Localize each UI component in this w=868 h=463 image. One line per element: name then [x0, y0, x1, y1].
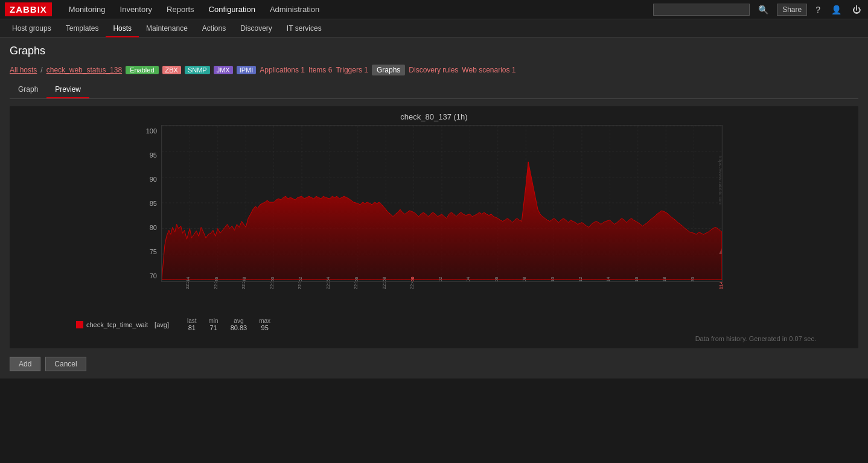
- breadcrumb-all-hosts[interactable]: All hosts: [10, 66, 37, 74]
- svg-text:21:52: 21:52: [298, 277, 303, 282]
- legend-avg: avg 80.83: [231, 318, 247, 331]
- svg-text:11-03 22:41: 11-03 22:41: [718, 282, 723, 289]
- graph-title: check_80_137 (1h): [16, 112, 852, 121]
- svg-text:https://www.zabbix.com: https://www.zabbix.com: [718, 156, 723, 206]
- chart-svg: 11-03 21:41 21:44 21:46 21:48 21:50 21:5…: [161, 125, 723, 282]
- legend-stats: last 81 min 71 avg 80.83 max 95: [187, 318, 270, 331]
- svg-text:22:34: 22:34: [325, 282, 331, 289]
- svg-text:22:12: 22:12: [578, 277, 583, 282]
- nav-monitoring[interactable]: Monitoring: [62, 0, 113, 19]
- search-icon[interactable]: 🔍: [756, 5, 771, 14]
- page-title: Graphs: [10, 45, 858, 57]
- svg-text:21:58: 21:58: [381, 277, 387, 282]
- subnav-hosts[interactable]: Hosts: [106, 19, 139, 37]
- svg-text:22:14: 22:14: [605, 277, 611, 282]
- legend-series-name: check_tcp_time_wait: [86, 321, 148, 328]
- nav-link-triggers[interactable]: Triggers 1: [336, 66, 368, 74]
- y-label-75: 75: [138, 248, 159, 255]
- breadcrumb-hostname[interactable]: check_web_status_138: [46, 66, 122, 74]
- top-nav-right: 🔍 Share ? 👤 ⏻: [653, 4, 863, 16]
- nav-link-web-scenarios[interactable]: Web scenarios 1: [462, 66, 515, 74]
- subnav-maintenance[interactable]: Maintenance: [139, 19, 195, 37]
- svg-text:21:44: 21:44: [185, 277, 191, 282]
- top-navigation: ZABBIX Monitoring Inventory Reports Conf…: [0, 0, 868, 19]
- nav-link-applications[interactable]: Applications 1: [260, 66, 305, 74]
- svg-text:22:24: 22:24: [185, 282, 191, 289]
- power-icon[interactable]: ⏻: [850, 5, 863, 14]
- tab-preview[interactable]: Preview: [46, 81, 89, 98]
- nav-administration[interactable]: Administration: [263, 0, 327, 19]
- nav-link-graphs[interactable]: Graphs: [372, 65, 405, 75]
- legend-color-box: [76, 321, 83, 328]
- nav-configuration[interactable]: Configuration: [202, 0, 263, 19]
- tabs-row: Graph Preview: [10, 81, 858, 99]
- sub-navigation: Host groups Templates Hosts Maintenance …: [0, 19, 868, 37]
- page-content: Graphs All hosts / check_web_status_138 …: [0, 37, 868, 378]
- svg-text:22:08: 22:08: [522, 277, 527, 282]
- badge-zbx: ZBX: [162, 66, 181, 74]
- y-label-70: 70: [138, 272, 159, 279]
- data-note: Data from history. Generated in 0.07 sec…: [16, 335, 852, 342]
- action-buttons: Add Cancel: [10, 357, 858, 371]
- breadcrumb-row: All hosts / check_web_status_138 Enabled…: [10, 65, 858, 75]
- svg-text:22:22: 22:22: [161, 282, 162, 289]
- svg-text:21:50: 21:50: [270, 277, 275, 282]
- badge-snmp: SNMP: [185, 66, 210, 74]
- svg-text:22:00: 22:00: [410, 276, 415, 282]
- x-axis-labels: 22:22 22:24 22:26 22:28 22:30 22:32 22:3…: [161, 282, 723, 315]
- badge-ipmi: IPMI: [237, 66, 257, 74]
- subnav-host-groups[interactable]: Host groups: [5, 19, 59, 37]
- svg-text:21:54: 21:54: [325, 277, 331, 282]
- y-label-90: 90: [138, 176, 159, 183]
- legend-type: [avg]: [155, 321, 169, 328]
- y-label-95: 95: [138, 152, 159, 159]
- svg-text:22:26: 22:26: [213, 282, 219, 289]
- svg-text:22:02: 22:02: [438, 277, 443, 282]
- subnav-it-services[interactable]: IT services: [279, 19, 329, 37]
- nav-link-discovery-rules[interactable]: Discovery rules: [409, 66, 458, 74]
- nav-link-items[interactable]: Items 6: [308, 66, 332, 74]
- y-label-80: 80: [138, 224, 159, 231]
- nav-reports[interactable]: Reports: [159, 0, 202, 19]
- svg-text:22:20: 22:20: [690, 277, 695, 282]
- svg-text:22:28: 22:28: [241, 282, 247, 289]
- svg-text:22:32: 22:32: [298, 282, 303, 289]
- svg-text:11-03 21:41: 11-03 21:41: [161, 267, 162, 282]
- svg-text:22:18: 22:18: [662, 277, 667, 282]
- nav-inventory[interactable]: Inventory: [113, 0, 159, 19]
- graph-legend: check_tcp_time_wait [avg] last 81 min 71…: [52, 318, 852, 331]
- svg-text:22:10: 22:10: [550, 277, 555, 282]
- svg-text:22:38: 22:38: [381, 282, 387, 289]
- graph-container: check_80_137 (1h) 100 95 90 85 80 75 70: [10, 106, 858, 348]
- svg-text:22:06: 22:06: [494, 277, 499, 282]
- tab-graph[interactable]: Graph: [10, 81, 46, 98]
- badge-jmx: JMX: [214, 66, 233, 74]
- svg-text:22:36: 22:36: [354, 282, 359, 289]
- logo[interactable]: ZABBIX: [5, 2, 52, 16]
- legend-min: min 71: [209, 318, 219, 331]
- subnav-templates[interactable]: Templates: [59, 19, 106, 37]
- legend-last: last 81: [187, 318, 197, 331]
- add-button[interactable]: Add: [10, 357, 40, 371]
- svg-text:21:56: 21:56: [354, 277, 359, 282]
- help-icon[interactable]: ?: [813, 5, 823, 14]
- subnav-actions[interactable]: Actions: [195, 19, 233, 37]
- subnav-discovery[interactable]: Discovery: [233, 19, 279, 37]
- svg-text:21:46: 21:46: [214, 277, 219, 282]
- legend-max: max 95: [259, 318, 270, 331]
- svg-text:22:04: 22:04: [465, 277, 471, 282]
- legend-item: check_tcp_time_wait [avg]: [76, 321, 169, 328]
- svg-text:21:48: 21:48: [241, 277, 247, 282]
- badge-enabled: Enabled: [126, 66, 158, 74]
- y-label-85: 85: [138, 200, 159, 207]
- svg-text:22:30: 22:30: [269, 282, 275, 289]
- share-button[interactable]: Share: [777, 4, 807, 16]
- search-input[interactable]: [653, 4, 750, 16]
- y-label-100: 100: [138, 127, 159, 135]
- breadcrumb-separator: /: [40, 66, 42, 74]
- svg-text:22:16: 22:16: [634, 277, 639, 282]
- cancel-button[interactable]: Cancel: [45, 357, 86, 371]
- user-icon[interactable]: 👤: [829, 5, 844, 14]
- svg-text:22:40: 22:40: [410, 282, 415, 289]
